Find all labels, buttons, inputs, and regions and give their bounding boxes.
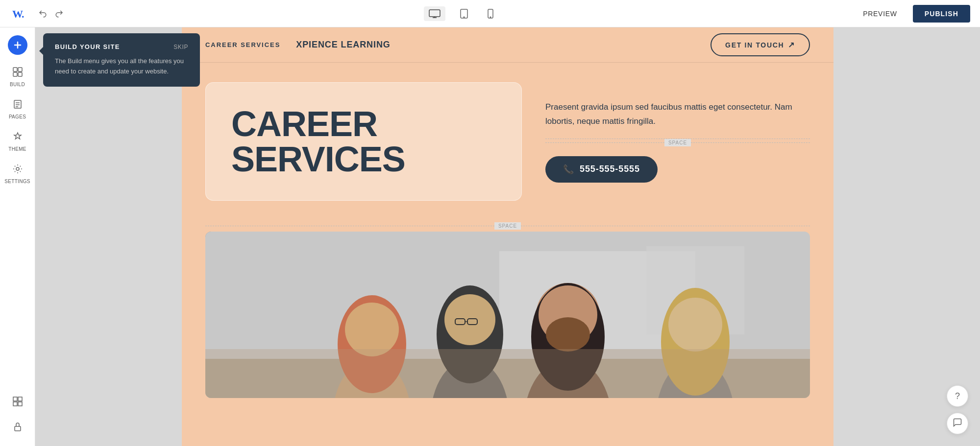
sidebar: BUILD PAGES THEME SETTINGS bbox=[0, 27, 35, 446]
tooltip-header: BUILD YOUR SITE SKIP bbox=[55, 43, 188, 50]
team-section bbox=[182, 232, 833, 398]
phone-button[interactable]: 📞 555-555-5555 bbox=[545, 156, 658, 183]
space-divider-right-line bbox=[521, 226, 810, 226]
sidebar-item-lock[interactable] bbox=[2, 417, 33, 438]
svg-rect-12 bbox=[18, 72, 22, 76]
svg-rect-18 bbox=[13, 397, 17, 401]
space-label: SPACE bbox=[664, 139, 691, 146]
sidebar-item-build[interactable]: BUILD bbox=[2, 63, 33, 91]
svg-rect-21 bbox=[18, 402, 22, 406]
floating-buttons: ? bbox=[947, 385, 968, 434]
mobile-device-button[interactable] bbox=[483, 6, 498, 22]
svg-rect-9 bbox=[13, 68, 17, 71]
topbar: W. bbox=[0, 0, 980, 27]
canvas-area: CAREER SERVICES XPIENCE LEARNING GET IN … bbox=[35, 27, 980, 446]
svg-rect-22 bbox=[15, 426, 21, 431]
hero-description: Praesent gravida ipsum sed faucibus matt… bbox=[545, 100, 810, 129]
svg-rect-2 bbox=[429, 10, 440, 17]
space-divider: SPACE bbox=[182, 220, 833, 232]
svg-rect-11 bbox=[13, 72, 17, 76]
pages-label: PAGES bbox=[9, 114, 26, 119]
sidebar-item-dashboard[interactable] bbox=[2, 392, 33, 413]
hero-right: Praesent gravida ipsum sed faucibus matt… bbox=[545, 100, 810, 183]
chat-button[interactable] bbox=[947, 413, 968, 434]
topbar-left: W. bbox=[10, 5, 67, 23]
sidebar-bottom bbox=[2, 392, 33, 438]
app-logo: W. bbox=[10, 5, 27, 23]
hero-title: CAREER SERVICES bbox=[231, 106, 496, 177]
svg-rect-19 bbox=[18, 397, 22, 401]
space-divider-left-line bbox=[205, 226, 494, 226]
hero-title-line1: CAREER bbox=[231, 106, 496, 141]
tablet-device-button[interactable] bbox=[455, 6, 473, 22]
arrow-icon: ↗ bbox=[788, 40, 795, 49]
help-icon: ? bbox=[955, 391, 960, 401]
pages-icon bbox=[12, 99, 23, 112]
svg-point-17 bbox=[16, 167, 19, 170]
build-label: BUILD bbox=[10, 82, 25, 87]
site-nav-logo: CAREER SERVICES bbox=[205, 41, 280, 48]
svg-point-6 bbox=[490, 17, 491, 18]
svg-rect-20 bbox=[13, 402, 17, 406]
tooltip-title: BUILD YOUR SITE bbox=[55, 43, 120, 50]
settings-label: SETTINGS bbox=[4, 179, 30, 184]
add-button[interactable] bbox=[8, 35, 27, 55]
svg-point-34 bbox=[444, 294, 495, 345]
tooltip-popup: BUILD YOUR SITE SKIP The Build menu give… bbox=[43, 33, 200, 87]
tooltip-skip-button[interactable]: SKIP bbox=[173, 44, 188, 50]
svg-point-30 bbox=[345, 303, 399, 356]
phone-number: 555-555-5555 bbox=[580, 164, 640, 174]
settings-icon bbox=[12, 164, 23, 177]
phone-icon: 📞 bbox=[563, 164, 574, 175]
chat-icon bbox=[953, 418, 962, 430]
space-indicator: SPACE bbox=[545, 139, 810, 146]
svg-point-46 bbox=[668, 298, 722, 352]
page-canvas: CAREER SERVICES XPIENCE LEARNING GET IN … bbox=[182, 27, 833, 446]
theme-icon bbox=[12, 131, 23, 144]
lock-icon bbox=[12, 421, 23, 434]
build-icon bbox=[12, 67, 23, 80]
svg-rect-10 bbox=[18, 68, 22, 71]
preview-button[interactable]: PREVIEW bbox=[855, 6, 905, 22]
hero-section: CAREER SERVICES Praesent gravida ipsum s… bbox=[182, 63, 833, 220]
undo-redo-group bbox=[35, 6, 67, 21]
team-photo-svg bbox=[205, 232, 810, 398]
team-image bbox=[205, 232, 810, 398]
get-in-touch-label: GET IN TOUCH bbox=[725, 41, 784, 49]
undo-button[interactable] bbox=[35, 6, 50, 21]
get-in-touch-button[interactable]: GET IN TOUCH ↗ bbox=[710, 33, 810, 56]
device-switcher bbox=[424, 6, 498, 22]
tooltip-body: The Build menu gives you all the feature… bbox=[55, 56, 188, 77]
sidebar-item-settings[interactable]: SETTINGS bbox=[2, 160, 33, 188]
hero-card: CAREER SERVICES bbox=[205, 82, 522, 201]
dashboard-icon bbox=[12, 396, 23, 409]
svg-point-4 bbox=[464, 17, 465, 18]
redo-button[interactable] bbox=[52, 6, 67, 21]
svg-text:W.: W. bbox=[12, 8, 24, 20]
site-nav-subtitle: XPIENCE LEARNING bbox=[296, 40, 390, 50]
topbar-actions: PREVIEW PUBLISH bbox=[855, 5, 970, 23]
theme-label: THEME bbox=[8, 146, 26, 152]
space-divider-label: SPACE bbox=[494, 222, 521, 230]
help-button[interactable]: ? bbox=[947, 385, 968, 407]
publish-button[interactable]: PUBLISH bbox=[913, 5, 970, 23]
hero-title-line2: SERVICES bbox=[231, 141, 496, 177]
tooltip-arrow bbox=[39, 47, 43, 55]
site-nav-left: CAREER SERVICES XPIENCE LEARNING bbox=[205, 40, 391, 50]
sidebar-item-theme[interactable]: THEME bbox=[2, 127, 33, 156]
svg-rect-47 bbox=[205, 349, 810, 398]
desktop-device-button[interactable] bbox=[424, 6, 445, 21]
site-navigation: CAREER SERVICES XPIENCE LEARNING GET IN … bbox=[182, 27, 833, 63]
svg-point-42 bbox=[546, 317, 590, 352]
sidebar-item-pages[interactable]: PAGES bbox=[2, 95, 33, 123]
site-nav-right: GET IN TOUCH ↗ bbox=[710, 33, 810, 56]
